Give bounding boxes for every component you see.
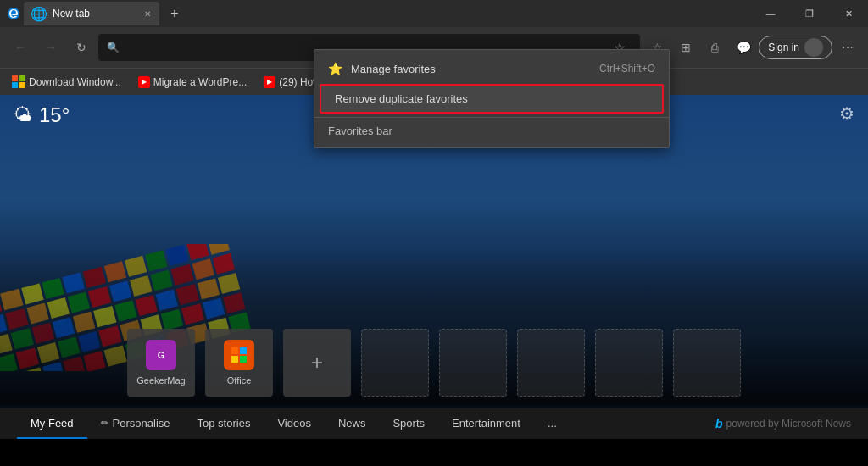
star-menu-icon: ⭐ [328,62,342,75]
menu-separator [314,117,669,118]
favorites-bar-label: Favorites bar [314,121,669,142]
dropdown-overlay[interactable]: ⭐ Manage favorites Ctrl+Shift+O Remove d… [0,0,868,466]
favorites-dropdown-menu: ⭐ Manage favorites Ctrl+Shift+O Remove d… [314,49,670,148]
manage-favorites-item[interactable]: ⭐ Manage favorites Ctrl+Shift+O [314,55,669,82]
remove-duplicate-favorites-item[interactable]: Remove duplicate favorites [320,84,664,114]
